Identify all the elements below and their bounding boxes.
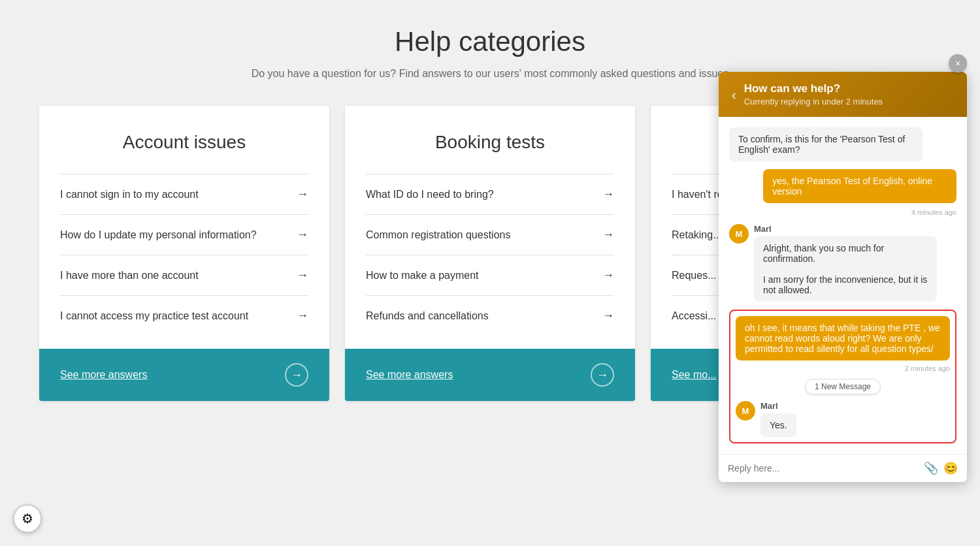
arrow-icon-more-than-one: → — [297, 268, 308, 282]
chat-widget: ‹ How can we help? Currently replying in… — [719, 72, 967, 482]
agent-message-yes: Yes. — [760, 413, 796, 437]
category-card-body-booking: Booking tests What ID do I need to bring… — [345, 106, 635, 349]
see-more-booking[interactable]: See more answers → — [345, 349, 635, 401]
arrow-icon-payment: → — [602, 268, 614, 282]
arrow-icon-id: → — [602, 187, 614, 201]
back-icon: ‹ — [732, 88, 736, 102]
category-item-id[interactable]: What ID do I need to bring? → — [366, 174, 614, 214]
category-item-practice-test[interactable]: I cannot access my practice test account… — [60, 295, 308, 336]
see-more-arrow-account: → — [285, 363, 308, 387]
agent-name-2: Marl — [760, 401, 796, 411]
category-item-registration[interactable]: Common registration questions → — [366, 214, 614, 255]
chat-input[interactable] — [728, 463, 919, 474]
chat-back-button[interactable]: ‹ — [732, 88, 736, 101]
agent-message-1: Alright, thank you so much for confirmat… — [754, 236, 937, 302]
see-more-account[interactable]: See more answers → — [39, 349, 329, 401]
item-text-update-personal: How do I update my personal information? — [60, 229, 289, 241]
close-icon: × — [955, 58, 960, 69]
chat-highlighted-section: oh I see, it means that while taking the… — [729, 310, 956, 443]
attachment-icon[interactable]: 📎 — [924, 461, 938, 475]
cookie-settings-button[interactable]: ⚙ — [13, 504, 42, 533]
arrow-icon-sign-in: → — [297, 187, 308, 201]
item-text-more-than-one: I have more than one account — [60, 270, 289, 281]
chat-message-support: To confirm, is this for the 'Pearson Tes… — [729, 127, 923, 161]
chat-message-highlighted: oh I see, it means that while taking the… — [736, 316, 950, 361]
emoji-icon[interactable]: 😊 — [943, 461, 958, 475]
chat-timestamp-1: 4 minutes ago — [911, 208, 956, 216]
item-text-registration: Common registration questions — [366, 229, 595, 241]
category-card-account: Account issues I cannot sign in to my ac… — [39, 106, 329, 401]
item-text-payment: How to make a payment — [366, 270, 595, 281]
category-item-update-personal[interactable]: How do I update my personal information?… — [60, 214, 308, 255]
item-text-id: What ID do I need to bring? — [366, 189, 595, 201]
category-item-payment[interactable]: How to make a payment → — [366, 255, 614, 295]
chat-timestamp-2: 2 minutes ago — [905, 364, 950, 372]
category-item-more-than-one[interactable]: I have more than one account → — [60, 255, 308, 295]
chat-message-user-bot: yes, the Pearson Test of English, online… — [763, 169, 956, 203]
chat-user-row-marl-1: M Marl Alright, thank you so much for co… — [729, 224, 937, 302]
page-title: Help categories — [39, 26, 941, 57]
item-text-practice-test: I cannot access my practice test account — [60, 310, 289, 322]
arrow-icon-registration: → — [602, 228, 614, 242]
chat-user-row-marl-2: M Marl Yes. — [736, 401, 796, 437]
see-more-label-account: See more answers — [60, 369, 147, 381]
chat-header-title: How can we help? — [744, 82, 954, 95]
category-card-body-account: Account issues I cannot sign in to my ac… — [39, 106, 329, 349]
chat-header-info: How can we help? Currently replying in u… — [744, 82, 954, 106]
chat-close-button[interactable]: × — [949, 54, 967, 72]
chat-messages: To confirm, is this for the 'Pearson Tes… — [719, 117, 967, 454]
agent-name: Marl — [754, 224, 937, 234]
category-title-booking: Booking tests — [366, 132, 614, 153]
chat-input-icons: 📎 😊 — [924, 461, 958, 475]
cookie-icon: ⚙ — [22, 511, 33, 526]
see-more-label-booking: See more answers — [366, 369, 453, 381]
chat-input-row: 📎 😊 — [719, 454, 967, 482]
see-more-label-results: See mo... — [672, 369, 716, 381]
arrow-icon-practice: → — [297, 309, 308, 323]
chat-header-subtitle: Currently replying in under 2 minutes — [744, 97, 954, 106]
item-text-refunds: Refunds and cancellations — [366, 310, 595, 322]
arrow-icon-refunds: → — [602, 309, 614, 323]
category-item-refunds[interactable]: Refunds and cancellations → — [366, 295, 614, 336]
see-more-arrow-booking: → — [591, 363, 614, 387]
arrow-icon-update: → — [297, 228, 308, 242]
item-text-sign-in: I cannot sign in to my account — [60, 189, 289, 201]
category-card-booking: Booking tests What ID do I need to bring… — [345, 106, 635, 401]
category-title-account: Account issues — [60, 132, 308, 153]
chat-header: ‹ How can we help? Currently replying in… — [719, 72, 967, 117]
agent-avatar-2: M — [736, 401, 755, 421]
category-item-sign-in[interactable]: I cannot sign in to my account → — [60, 174, 308, 214]
new-message-badge: 1 New Message — [805, 379, 881, 394]
agent-avatar: M — [729, 224, 749, 244]
